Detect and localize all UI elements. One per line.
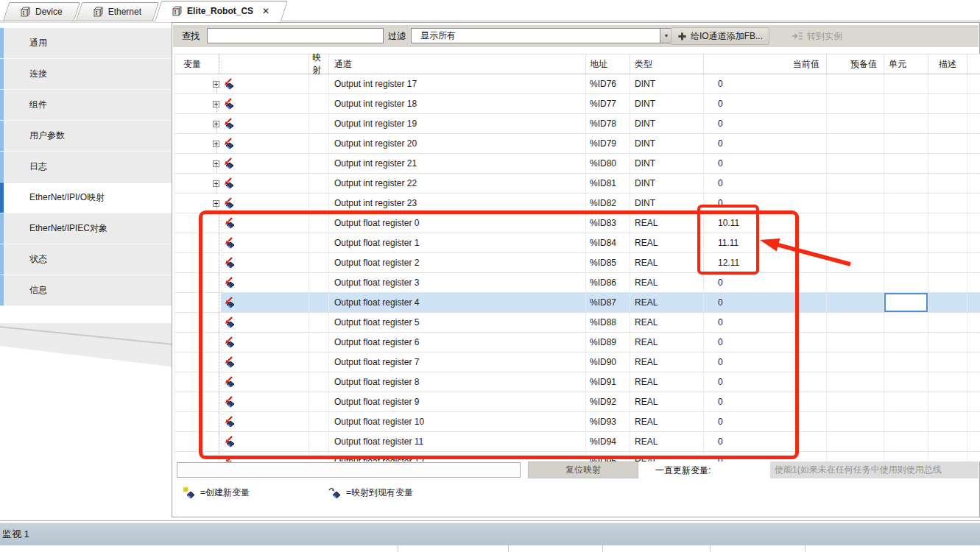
unit-cell[interactable] bbox=[884, 452, 928, 461]
table-row[interactable]: Output float register 8 %ID91 REAL 0 bbox=[175, 372, 980, 392]
unit-cell[interactable] bbox=[884, 432, 928, 451]
sidebar-item[interactable]: 组件 bbox=[0, 90, 172, 121]
description-cell bbox=[928, 213, 967, 233]
new-variable-icon bbox=[223, 138, 234, 149]
table-row[interactable]: Output float register 12 %ID95 REAL 0 bbox=[175, 452, 980, 461]
legend-map-existing-variable: =映射到现有变量 bbox=[328, 486, 413, 499]
goto-instance-button[interactable]: 转到实例 bbox=[786, 27, 848, 45]
type-cell: REAL bbox=[630, 372, 704, 392]
unit-cell[interactable] bbox=[884, 194, 928, 213]
address-cell: %ID81 bbox=[586, 174, 630, 193]
spare-cell bbox=[967, 74, 980, 93]
table-row[interactable]: Output int register 19 %ID78 DINT 0 bbox=[175, 114, 980, 134]
table-row[interactable]: Output int register 23 %ID82 DINT 0 bbox=[175, 194, 980, 213]
unit-cell[interactable] bbox=[884, 412, 928, 431]
description-cell bbox=[928, 273, 967, 292]
expand-icon[interactable] bbox=[213, 121, 219, 127]
table-row[interactable]: Output float register 1 %ID84 REAL 11.11 bbox=[175, 233, 980, 253]
close-icon[interactable]: ✕ bbox=[262, 6, 269, 16]
unit-cell[interactable] bbox=[884, 74, 928, 93]
table-row[interactable]: Output float register 3 %ID86 REAL 0 bbox=[175, 273, 980, 293]
expand-icon[interactable] bbox=[213, 160, 219, 167]
mapping-cell bbox=[309, 432, 329, 451]
expand-icon[interactable] bbox=[213, 81, 219, 88]
unit-cell[interactable] bbox=[884, 233, 928, 252]
sidebar-item[interactable]: 用户参数 bbox=[0, 121, 172, 152]
current-value-cell: 0 bbox=[704, 154, 827, 173]
address-cell: %ID82 bbox=[586, 194, 630, 213]
prepared-value-cell bbox=[827, 313, 884, 332]
sidebar-item[interactable]: EtherNet/IPI/O映射 bbox=[0, 183, 172, 213]
sidebar-item[interactable]: 连接 bbox=[0, 59, 172, 90]
document-tab[interactable]: Ethernet bbox=[76, 2, 153, 21]
unit-cell[interactable] bbox=[884, 154, 928, 173]
table-row[interactable]: Output int register 17 %ID76 DINT 0 bbox=[175, 74, 980, 94]
spare-cell bbox=[967, 233, 980, 252]
type-cell: REAL bbox=[630, 273, 704, 292]
unit-cell[interactable] bbox=[884, 392, 928, 411]
document-tab[interactable]: Elite_Robot_CS ✕ bbox=[155, 1, 281, 21]
variable-cell bbox=[175, 432, 309, 451]
unit-cell[interactable] bbox=[884, 313, 928, 332]
find-input[interactable] bbox=[207, 28, 384, 43]
table-row[interactable]: Output float register 9 %ID92 REAL 0 bbox=[175, 392, 980, 412]
prepared-value-cell bbox=[827, 74, 884, 93]
table-row[interactable]: Output int register 18 %ID77 DINT 0 bbox=[175, 94, 980, 114]
table-row[interactable]: Output float register 10 %ID93 REAL 0 bbox=[175, 412, 980, 432]
unit-cell[interactable] bbox=[884, 293, 928, 312]
sidebar-item[interactable]: EtherNet/IPIEC对象 bbox=[0, 213, 172, 244]
table-row[interactable]: Output float register 0 %ID83 REAL 10.11 bbox=[175, 213, 980, 233]
mapping-cell bbox=[309, 293, 329, 312]
address-cell: %ID90 bbox=[586, 353, 630, 372]
new-variable-icon bbox=[224, 336, 235, 348]
update-mode-combobox[interactable]: 使能1(如果未在任何任务中使用则使用总线 bbox=[770, 461, 979, 478]
sidebar-item[interactable]: 信息 bbox=[0, 275, 172, 306]
table-row[interactable]: Output float register 4 %ID87 REAL 0 bbox=[175, 293, 980, 313]
mapping-cell bbox=[309, 333, 329, 352]
expand-icon[interactable] bbox=[213, 200, 219, 207]
document-tab[interactable]: Device bbox=[3, 2, 74, 21]
expand-icon[interactable] bbox=[213, 101, 219, 107]
unit-cell[interactable] bbox=[884, 174, 928, 193]
table-row[interactable]: Output float register 5 %ID88 REAL 0 bbox=[175, 313, 980, 333]
unit-cell[interactable] bbox=[884, 372, 928, 392]
watch-column-divider bbox=[508, 545, 509, 552]
table-row[interactable]: Output float register 7 %ID90 REAL 0 bbox=[175, 353, 980, 372]
table-row[interactable]: Output float register 6 %ID89 REAL 0 bbox=[175, 333, 980, 353]
unit-cell[interactable] bbox=[884, 333, 928, 352]
current-value-cell: 0 bbox=[704, 134, 827, 153]
current-value-cell: 12.11 bbox=[704, 253, 827, 272]
channel-cell: Output int register 21 bbox=[329, 154, 586, 173]
unit-cell[interactable] bbox=[884, 94, 928, 113]
expand-icon[interactable] bbox=[213, 141, 219, 147]
table-row[interactable]: Output int register 22 %ID81 DINT 0 bbox=[175, 174, 980, 194]
unit-cell[interactable] bbox=[884, 134, 928, 153]
unit-cell[interactable] bbox=[884, 353, 928, 372]
unit-cell[interactable] bbox=[884, 213, 928, 233]
table-row[interactable]: Output float register 2 %ID85 REAL 12.11 bbox=[175, 253, 980, 273]
sidebar-item[interactable]: 通用 bbox=[0, 28, 172, 59]
table-row[interactable]: Output float register 11 %ID94 REAL 0 bbox=[175, 432, 980, 452]
filter-combobox[interactable]: 显示所有 bbox=[411, 28, 660, 43]
spare-cell bbox=[967, 174, 980, 193]
table-row[interactable]: Output int register 21 %ID80 DINT 0 bbox=[175, 154, 980, 174]
column-header-unit: 单元 bbox=[884, 54, 928, 74]
sidebar-item-label: 连接 bbox=[29, 68, 47, 80]
current-value-cell: 0 bbox=[704, 353, 827, 372]
reset-mapping-button[interactable]: 复位映射 bbox=[528, 461, 638, 478]
description-cell bbox=[928, 74, 967, 93]
watch-panel-titlebar[interactable]: 监视 1 bbox=[0, 523, 980, 545]
expand-icon[interactable] bbox=[213, 180, 219, 187]
current-value-cell: 0 bbox=[704, 392, 827, 411]
sidebar-item[interactable]: 日志 bbox=[0, 152, 172, 183]
current-value-cell: 11.11 bbox=[704, 233, 827, 252]
unit-cell[interactable] bbox=[884, 253, 928, 272]
unit-cell[interactable] bbox=[884, 273, 928, 292]
add-fb-button[interactable]: 给IO通道添加FB... bbox=[671, 27, 769, 45]
table-row[interactable]: Output int register 20 %ID79 DINT 0 bbox=[175, 134, 980, 154]
column-header-address: 地址 bbox=[586, 54, 630, 74]
channel-cell: Output float register 12 bbox=[329, 452, 586, 461]
sidebar-item[interactable]: 状态 bbox=[0, 244, 172, 275]
unit-cell[interactable] bbox=[884, 114, 928, 133]
mapping-cell bbox=[309, 353, 329, 372]
